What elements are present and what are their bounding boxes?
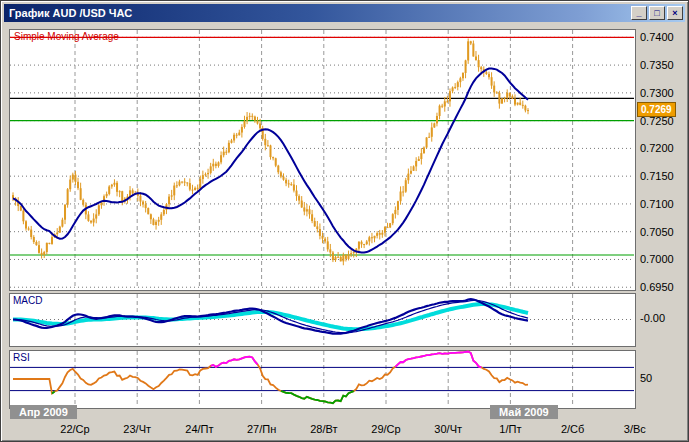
window-controls: _ □ ×: [631, 6, 683, 20]
sma-overlay-label: Simple Moving Average: [14, 31, 119, 42]
chart-window: График AUD /USD ЧАС _ □ × Simple Moving …: [0, 0, 689, 442]
rsi-panel-label: RSI: [13, 352, 30, 363]
title-bar[interactable]: График AUD /USD ЧАС _ □ ×: [4, 4, 685, 22]
close-icon[interactable]: ×: [667, 6, 683, 20]
macd-panel-label: MACD: [13, 295, 42, 306]
window-title: График AUD /USD ЧАС: [9, 7, 132, 19]
current-price-badge: 0.7269: [637, 102, 676, 117]
minimize-icon[interactable]: _: [631, 6, 647, 20]
maximize-icon[interactable]: □: [649, 6, 665, 20]
chart-canvas[interactable]: [1, 1, 689, 442]
macd-value-label: -0.00: [640, 312, 665, 324]
month-badge-may: Май 2009: [490, 405, 558, 419]
month-badge-april: Апр 2009: [10, 405, 77, 419]
rsi-value-label: 50: [640, 372, 652, 384]
